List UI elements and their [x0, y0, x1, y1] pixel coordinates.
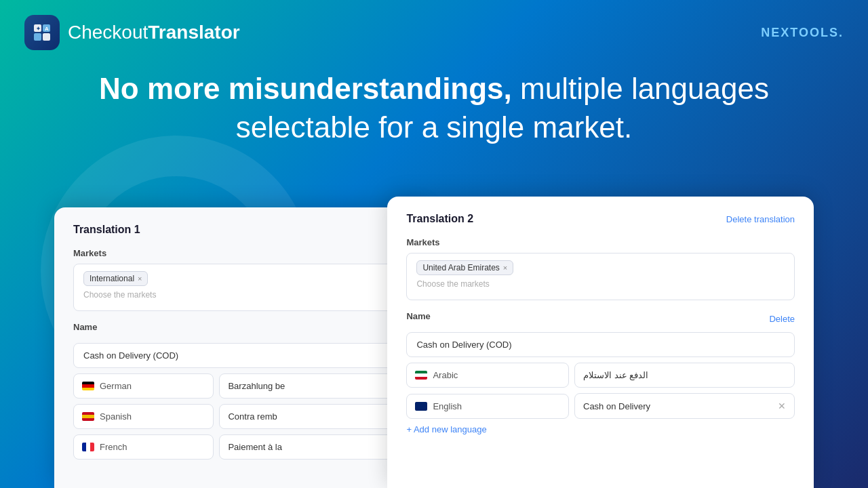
card1-markets-placeholder: Choose the markets	[83, 290, 399, 300]
card1-spanish-lang: Spanish	[73, 404, 214, 429]
svg-text:A: A	[45, 26, 49, 32]
market-tag-international: International ×	[83, 271, 148, 286]
headline: No more misunderstandings, multiple lang…	[0, 69, 868, 146]
card1-spanish-translation: Contra remb	[219, 404, 409, 429]
card2-arabic-translation: الدفع عند الاستلام	[574, 363, 795, 388]
header: ✦ A CheckoutTranslator NEXTOOLS.	[0, 0, 868, 50]
card2-markets-section: Markets United Arab Emirates × Choose th…	[406, 237, 795, 300]
market-tag-uae: United Arab Emirates ×	[416, 260, 513, 275]
delete-translation-link[interactable]: Delete translation	[726, 214, 795, 224]
card2-markets-placeholder: Choose the markets	[416, 279, 785, 289]
card1-markets-section: Markets International × Choose the marke…	[73, 248, 409, 311]
headline-text: No more misunderstandings, multiple lang…	[41, 69, 827, 146]
svg-rect-3	[43, 33, 50, 41]
card2-name-header: Name Delete	[406, 311, 795, 327]
delete-name-link[interactable]: Delete	[769, 314, 795, 324]
card1-french-lang: French	[73, 434, 214, 460]
card2-lang-row-arabic: Arabic الدفع عند الاستلام	[406, 363, 795, 388]
card-translation-1: Translation 1 Markets International × Ch…	[54, 207, 428, 488]
flag-ar	[415, 371, 427, 380]
app-logo-text: CheckoutTranslator	[68, 22, 240, 43]
add-new-language-button[interactable]: + Add new language	[406, 424, 795, 440]
flag-en	[415, 402, 427, 411]
card2-name-label: Name	[406, 311, 430, 321]
card1-german-lang: German	[73, 373, 214, 399]
card1-name-header: Name	[73, 322, 409, 338]
remove-english-translation[interactable]: ✕	[778, 401, 786, 411]
cards-area: Translation 1 Markets International × Ch…	[54, 197, 814, 488]
flag-es	[82, 412, 94, 421]
card2-arabic-lang: Arabic	[406, 363, 569, 388]
card2-markets-label: Markets	[406, 237, 795, 247]
remove-international-tag[interactable]: ×	[138, 274, 142, 283]
card2-english-lang: English	[406, 394, 569, 419]
card2-header: Translation 2 Delete translation	[406, 213, 795, 225]
card1-german-translation: Barzahlung be	[219, 373, 409, 399]
card1-lang-row-spanish: Spanish Contra remb	[73, 404, 409, 429]
card2-title: Translation 2	[406, 213, 473, 225]
card1-french-translation: Paiement à la	[219, 434, 409, 460]
card2-english-translation: Cash on Delivery ✕	[574, 393, 795, 419]
remove-uae-tag[interactable]: ×	[503, 264, 507, 272]
card2-name-section: Name Delete Arabic الدفع عند الاستلام En…	[406, 311, 795, 440]
card1-name-section: Name German Barzahlung be Spanish	[73, 322, 409, 460]
card2-main-name-input[interactable]	[406, 332, 795, 357]
card2-market-tags: United Arab Emirates ×	[416, 260, 785, 275]
card1-markets-box[interactable]: International × Choose the markets	[73, 264, 409, 311]
card1-market-tags: International ×	[83, 271, 399, 286]
card2-lang-row-english: English Cash on Delivery ✕	[406, 393, 795, 419]
card1-header: Translation 1	[73, 224, 409, 236]
nextools-badge: NEXTOOLS.	[761, 26, 844, 40]
card1-lang-row-french: French Paiement à la	[73, 434, 409, 460]
logo-area: ✦ A CheckoutTranslator	[24, 15, 240, 50]
card1-lang-row-german: German Barzahlung be	[73, 373, 409, 399]
card-translation-2: Translation 2 Delete translation Markets…	[387, 197, 814, 488]
card1-title: Translation 1	[73, 224, 140, 236]
svg-rect-2	[34, 33, 41, 41]
card1-markets-label: Markets	[73, 248, 409, 258]
flag-fr	[82, 443, 94, 451]
card1-name-label: Name	[73, 322, 97, 332]
card2-markets-box[interactable]: United Arab Emirates × Choose the market…	[406, 253, 795, 300]
app-logo-icon: ✦ A	[24, 15, 60, 50]
flag-de	[82, 382, 94, 390]
card1-main-name-input[interactable]	[73, 343, 409, 368]
svg-text:✦: ✦	[36, 26, 41, 32]
